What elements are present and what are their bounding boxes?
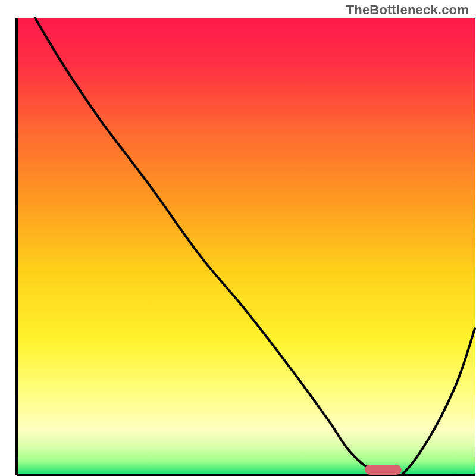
bottleneck-chart (0, 0, 476, 476)
chart-container: TheBottleneck.com (0, 0, 476, 476)
gradient-background (17, 18, 475, 475)
optimal-range-marker (365, 465, 402, 475)
